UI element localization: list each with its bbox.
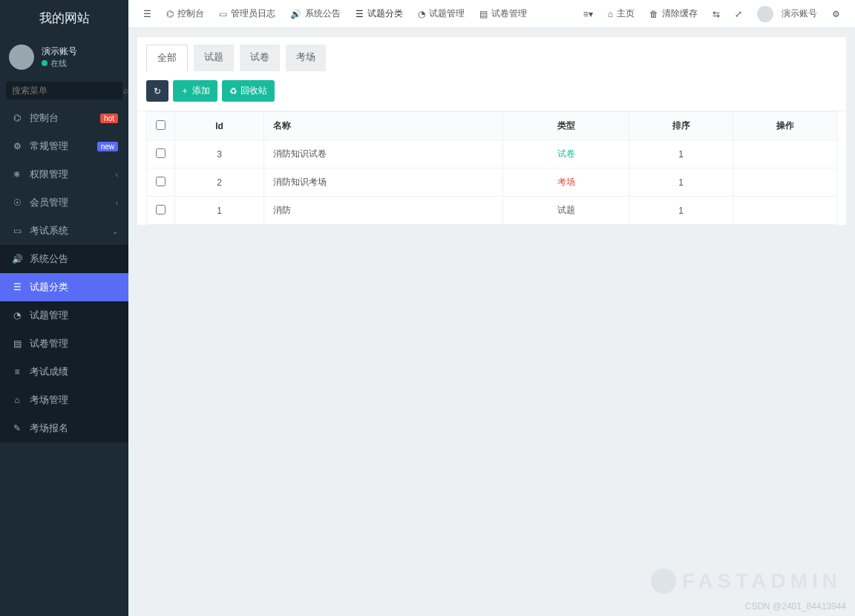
topnav-right-item[interactable]: 🗑清除缓存 (642, 0, 705, 27)
topnav-right-item[interactable]: ⇆ (705, 0, 727, 27)
search-icon[interactable]: ⌕ (123, 85, 128, 96)
sidebar-subitem[interactable]: ✎考场报名 (0, 414, 128, 442)
th-sort[interactable]: 排序 (629, 112, 733, 140)
plus-icon: ＋ (180, 85, 189, 97)
nav-badge: new (97, 142, 118, 151)
sidebar-subitem[interactable]: ≡考试成绩 (0, 358, 128, 386)
user-name: 演示账号 (42, 45, 77, 58)
top-settings[interactable]: ⚙ (825, 0, 848, 27)
th-name[interactable]: 名称 (264, 112, 503, 140)
topnav-icon: ⌬ (166, 9, 174, 19)
table-row: 2 消防知识考场 考场 1 (147, 168, 837, 197)
sidebar-subitem[interactable]: ◔试题管理 (0, 301, 128, 330)
online-dot-icon (42, 60, 48, 66)
avatar (9, 45, 34, 70)
topnav-icon: ◔ (418, 9, 425, 19)
cell-id: 1 (175, 197, 264, 225)
topnav-icon: ≡▾ (583, 9, 593, 19)
th-action[interactable]: 操作 (733, 112, 837, 140)
nav-label: 考场报名 (30, 422, 68, 435)
top-avatar-icon (757, 6, 773, 22)
nav-label: 常规管理 (30, 140, 68, 153)
topnav-item[interactable]: ☰试题分类 (348, 0, 410, 27)
refresh-icon: ↻ (154, 86, 161, 96)
nav-label: 试卷管理 (30, 337, 68, 350)
cell-action[interactable] (733, 140, 837, 168)
tab[interactable]: 全部 (146, 45, 188, 71)
cell-type: 试题 (557, 205, 575, 215)
nav-icon: 🔊 (10, 254, 24, 264)
cell-sort: 1 (629, 197, 733, 225)
tabs: 全部试题试卷考场 (137, 37, 846, 71)
user-panel[interactable]: 演示账号 在线 (0, 37, 128, 77)
topnav-icon: ⤢ (735, 9, 742, 19)
cell-id: 3 (175, 140, 264, 168)
cell-type: 试卷 (557, 148, 575, 159)
select-all-checkbox[interactable] (156, 120, 166, 130)
topnav-item[interactable]: ☰ (136, 0, 159, 27)
nav-label: 会员管理 (30, 196, 68, 209)
sidebar-item[interactable]: ☉会员管理‹ (0, 189, 128, 217)
topnav-icon: ▤ (479, 9, 488, 19)
sidebar-search[interactable]: ⌕ (6, 82, 122, 99)
tab[interactable]: 考场 (286, 45, 326, 71)
table-row: 3 消防知识试卷 试卷 1 (147, 140, 837, 168)
cell-sort: 1 (629, 140, 733, 168)
cell-id: 2 (175, 168, 264, 197)
row-checkbox[interactable] (156, 205, 166, 214)
nav-label: 考试系统 (30, 224, 68, 237)
topnav-right-item[interactable]: ≡▾ (576, 0, 600, 27)
tab[interactable]: 试卷 (240, 45, 280, 71)
topnav-right-item[interactable]: ⤢ (727, 0, 750, 27)
nav-icon: ▤ (10, 338, 24, 349)
nav-label: 系统公告 (30, 252, 68, 266)
topnav-right-item[interactable]: ⌂主页 (600, 0, 642, 27)
th-id[interactable]: Id (175, 112, 264, 140)
sidebar-subitem[interactable]: ☰试题分类 (0, 273, 128, 301)
cogs-icon: ⚙ (832, 9, 840, 19)
nav-label: 考试成绩 (30, 365, 68, 379)
search-input[interactable] (12, 85, 123, 96)
topnav-item[interactable]: ▭管理员日志 (212, 0, 283, 27)
tab[interactable]: 试题 (194, 45, 234, 71)
nav-label: 试题分类 (30, 281, 68, 294)
top-user-name: 演示账号 (782, 7, 817, 20)
cell-action[interactable] (733, 168, 837, 197)
nav-icon: ⛯ (10, 169, 24, 180)
watermark-text: CSDN @2401_84413944 (745, 601, 846, 612)
topnav-item[interactable]: ▤试卷管理 (472, 0, 534, 27)
topnav-icon: 🔊 (290, 9, 301, 19)
topnav-label: 清除缓存 (662, 7, 698, 20)
recycle-icon: ♻ (229, 86, 238, 96)
topnav-label: 试题分类 (367, 7, 403, 20)
nav-label: 试题管理 (30, 309, 68, 322)
chevron-left-icon: ‹ (116, 171, 118, 179)
watermark-logo: FASTADMIN (651, 569, 842, 594)
topnav-item[interactable]: 🔊系统公告 (283, 0, 348, 27)
topnav-icon: 🗑 (649, 9, 658, 19)
row-checkbox[interactable] (156, 177, 166, 186)
cell-name: 消防 (264, 197, 503, 225)
nav-icon: ≡ (10, 367, 24, 377)
recycle-button[interactable]: ♻回收站 (222, 80, 275, 102)
sidebar-subitem[interactable]: ⌂考场管理 (0, 386, 128, 414)
sidebar-item[interactable]: ⛯权限管理‹ (0, 160, 128, 189)
sidebar-subitem[interactable]: 🔊系统公告 (0, 245, 128, 273)
topnav-item[interactable]: ⌬控制台 (159, 0, 212, 27)
sidebar-item[interactable]: ⌬控制台hot (0, 104, 128, 132)
add-button[interactable]: ＋添加 (173, 80, 217, 102)
th-type[interactable]: 类型 (503, 112, 629, 140)
row-checkbox[interactable] (156, 148, 166, 158)
cell-action[interactable] (733, 197, 837, 225)
topnav-item[interactable]: ◔试题管理 (410, 0, 472, 27)
sidebar-subitem[interactable]: ▤试卷管理 (0, 330, 128, 358)
nav-icon: ⌬ (10, 113, 24, 123)
sidebar-item[interactable]: ▭考试系统⌄ (0, 217, 128, 245)
topnav-label: 试题管理 (429, 7, 465, 20)
chevron-down-icon: ⌄ (112, 227, 118, 235)
topnav-icon: ☰ (356, 9, 364, 19)
refresh-button[interactable]: ↻ (146, 80, 168, 102)
top-user[interactable]: 演示账号 (750, 0, 825, 27)
brand-title[interactable]: 我的网站 (0, 0, 128, 37)
sidebar-item[interactable]: ⚙常规管理new (0, 132, 128, 160)
